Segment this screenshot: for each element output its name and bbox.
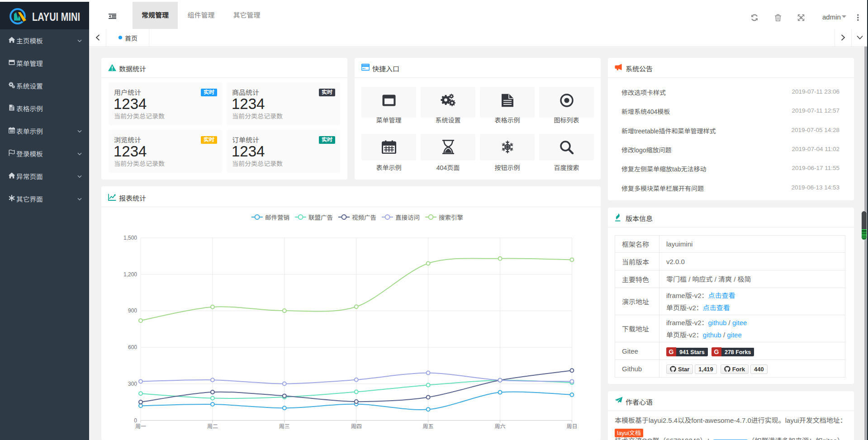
svg-text:周五: 周五 xyxy=(423,423,434,430)
svg-text:900: 900 xyxy=(128,308,137,314)
svg-text:周一: 周一 xyxy=(135,423,146,430)
svg-text:1,200: 1,200 xyxy=(123,271,137,278)
svg-text:周二: 周二 xyxy=(207,423,218,430)
svg-text:300: 300 xyxy=(128,381,137,387)
svg-text:周六: 周六 xyxy=(494,423,505,430)
svg-text:周日: 周日 xyxy=(566,423,577,430)
svg-text:0: 0 xyxy=(134,417,137,424)
svg-text:600: 600 xyxy=(128,344,137,350)
svg-text:1,500: 1,500 xyxy=(123,235,137,241)
svg-text:周四: 周四 xyxy=(351,423,362,430)
svg-text:周三: 周三 xyxy=(279,423,290,430)
